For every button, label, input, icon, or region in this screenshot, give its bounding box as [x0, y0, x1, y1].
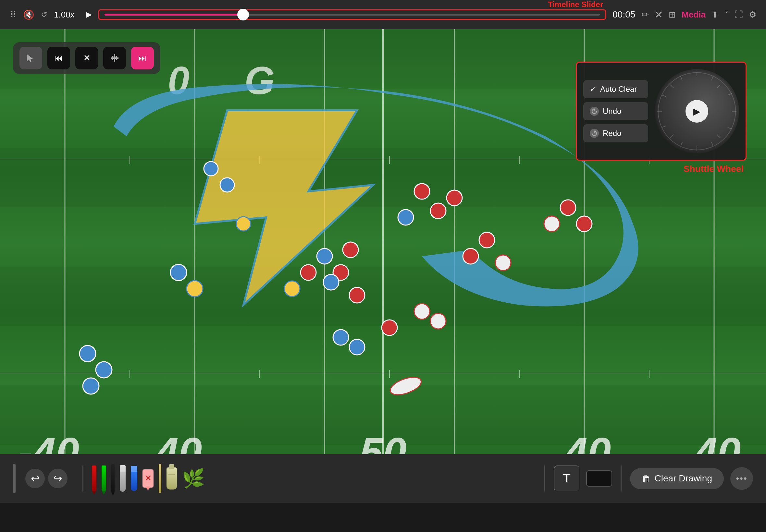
- arrow-select-button[interactable]: [19, 47, 42, 69]
- svg-point-49: [398, 210, 414, 225]
- redo-circle-icon: [590, 129, 599, 138]
- svg-point-55: [577, 216, 592, 232]
- clear-frame-button[interactable]: ✕: [75, 47, 98, 69]
- top-bar: ⠿ 🔇 ↺ 1.00x ▶ Timeline Slider 00:05 ✏ ✕ …: [0, 0, 766, 29]
- svg-point-47: [431, 203, 446, 219]
- svg-point-56: [333, 330, 348, 345]
- skip-to-end-button[interactable]: ⏭: [131, 47, 154, 69]
- svg-line-73: [717, 135, 720, 138]
- sparkle-tool[interactable]: 🌿: [182, 469, 205, 488]
- svg-point-43: [349, 287, 365, 303]
- timeline-thumb[interactable]: [237, 9, 249, 20]
- redo-label: Redo: [603, 129, 621, 138]
- svg-point-46: [414, 184, 430, 199]
- undo-item[interactable]: Undo: [583, 102, 648, 120]
- bottom-toolbar: ↩ ↪: [0, 454, 766, 503]
- shuttle-wheel[interactable]: ▶: [655, 69, 739, 153]
- svg-point-37: [220, 178, 234, 192]
- paint-bottle-tool[interactable]: [166, 467, 177, 490]
- timeline-container: Timeline Slider: [98, 9, 606, 20]
- more-icon: •••: [736, 473, 747, 484]
- white-marker-tool[interactable]: [120, 465, 126, 492]
- close-icon[interactable]: ✕: [655, 9, 663, 20]
- svg-point-36: [204, 162, 218, 176]
- top-bar-right: ✏ ✕ ⊞ Media ⬆ ˅ ⛶ ⚙: [642, 9, 756, 20]
- svg-point-32: [96, 362, 112, 378]
- svg-point-50: [463, 248, 479, 264]
- shuttle-play-button[interactable]: ▶: [686, 100, 708, 123]
- svg-point-33: [83, 378, 99, 394]
- svg-text:G: G: [244, 59, 274, 102]
- more-options-button[interactable]: •••: [730, 467, 753, 490]
- svg-point-38: [236, 217, 250, 231]
- text-tool-label: T: [563, 472, 570, 485]
- dark-pen-tool[interactable]: [111, 464, 115, 493]
- svg-point-57: [349, 339, 365, 355]
- text-tool-button[interactable]: T: [554, 465, 580, 491]
- redo-button[interactable]: ↪: [48, 469, 67, 488]
- svg-line-75: [728, 93, 732, 95]
- grid-icon[interactable]: ⊞: [669, 10, 676, 20]
- mute-icon[interactable]: 🔇: [23, 9, 34, 20]
- shuttle-panel: Shuttle Wheel ✓ Auto Clear Undo Redo: [576, 62, 747, 161]
- auto-clear-item[interactable]: ✓ Auto Clear: [583, 80, 648, 98]
- divider-3: [621, 465, 622, 491]
- video-area: -40 40 50 40 40 0 G: [0, 29, 766, 503]
- svg-point-48: [447, 190, 462, 206]
- grip-icon: ⠿: [10, 9, 17, 20]
- clear-drawing-label: Clear Drawing: [655, 473, 712, 484]
- redo-item[interactable]: Redo: [583, 124, 648, 142]
- rectangle-shape-tool[interactable]: [586, 470, 612, 487]
- undo-circle-icon: [590, 107, 599, 116]
- chevron-icon[interactable]: ˅: [724, 10, 729, 20]
- svg-point-44: [300, 265, 316, 280]
- eraser-tool[interactable]: ✕: [142, 469, 153, 488]
- shuttle-wheel-label: Shuttle Wheel: [684, 164, 744, 174]
- edit-icon[interactable]: ✏: [642, 10, 649, 20]
- green-pen-tool[interactable]: [102, 465, 106, 491]
- play-button-top[interactable]: ▶: [86, 10, 92, 19]
- timeline-track[interactable]: [104, 14, 600, 16]
- svg-point-45: [284, 281, 300, 296]
- undo-button[interactable]: ↩: [25, 469, 45, 488]
- timecode-display: 00:05: [613, 9, 635, 20]
- svg-point-58: [382, 320, 397, 335]
- crosshair-button[interactable]: [103, 47, 126, 69]
- svg-rect-64: [111, 57, 118, 59]
- expand-icon[interactable]: ⛶: [735, 10, 743, 20]
- svg-line-74: [662, 95, 666, 97]
- svg-point-35: [187, 281, 203, 297]
- svg-point-54: [560, 200, 576, 215]
- checkmark-icon: ✓: [590, 85, 596, 94]
- svg-line-77: [728, 127, 732, 129]
- auto-clear-label: Auto Clear: [600, 85, 637, 94]
- back-to-start-button[interactable]: ⏮: [47, 47, 70, 69]
- timeline-label: Timeline Slider: [548, 0, 603, 9]
- svg-point-51: [479, 232, 495, 248]
- speed-display[interactable]: 1.00x: [54, 10, 80, 20]
- undo-redo-group: ↩ ↪: [25, 469, 67, 488]
- divider-2: [544, 465, 545, 491]
- red-pen-tool[interactable]: [92, 465, 96, 491]
- svg-point-39: [317, 248, 332, 264]
- svg-line-71: [717, 85, 720, 88]
- settings-icon[interactable]: ⚙: [749, 10, 756, 20]
- svg-point-52: [495, 255, 511, 271]
- undo-label: Undo: [603, 107, 621, 116]
- rewind-icon[interactable]: ↺: [41, 10, 47, 19]
- handle-icon: [13, 464, 16, 493]
- trash-icon: 🗑: [642, 473, 651, 484]
- svg-point-59: [414, 304, 430, 319]
- svg-point-42: [323, 274, 339, 290]
- thin-pen-tool[interactable]: [159, 464, 161, 493]
- drawing-controls: ⏮ ✕ ⏭: [13, 42, 160, 74]
- media-button[interactable]: Media: [682, 10, 706, 20]
- export-icon[interactable]: ⬆: [711, 10, 719, 20]
- clear-drawing-button[interactable]: 🗑 Clear Drawing: [630, 468, 724, 489]
- timeline-progress: [104, 14, 243, 16]
- pen-tools: ✕ 🌿: [92, 464, 536, 493]
- svg-line-80: [681, 142, 682, 146]
- svg-point-60: [431, 313, 446, 329]
- blue-marker-tool[interactable]: [131, 466, 137, 491]
- svg-point-41: [343, 242, 358, 258]
